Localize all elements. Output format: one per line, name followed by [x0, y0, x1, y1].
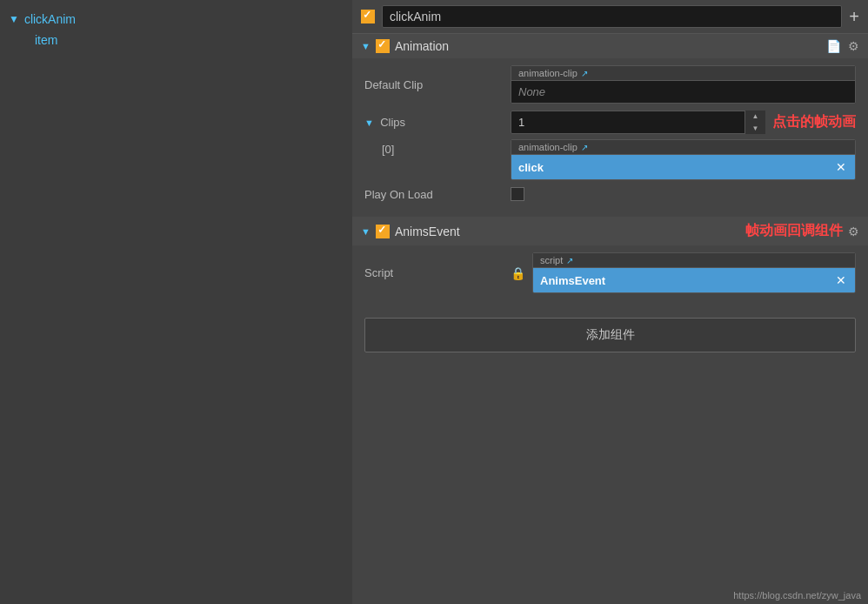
clips-row: ▼ Clips ▲ ▼ 点击的帧动画 [364, 111, 856, 134]
animation-copy-icon[interactable]: 📄 [826, 39, 841, 53]
anims-event-section-icons: ⚙ [848, 225, 859, 238]
animation-settings-icon[interactable]: ⚙ [848, 39, 859, 53]
add-component-plus-button[interactable]: + [849, 8, 859, 25]
animation-section: ▼ Animation 📄 ⚙ Default Clip animation-c… [352, 34, 868, 215]
tree-root-item[interactable]: ▼ clickAnim [0, 9, 352, 30]
default-clip-tag-label: animation-clip [518, 68, 578, 78]
default-clip-tag-header: animation-clip ↗ [511, 66, 855, 81]
tree-arrow-icon: ▼ [9, 13, 19, 25]
clip-0-tag: animation-clip ↗ click ✕ [511, 139, 856, 180]
clip-0-tag-body: click ✕ [511, 155, 855, 179]
right-panel: + ▼ Animation 📄 ⚙ Default Clip animation… [352, 0, 868, 604]
clips-arrow-icon: ▼ [364, 117, 374, 128]
clips-label-text: Clips [380, 116, 405, 129]
script-value: script ↗ AnimsEvent ✕ [532, 252, 856, 293]
left-panel: ▼ clickAnim item [0, 0, 352, 604]
anims-event-section-header: ▼ AnimsEvent 帧动画回调组件 ⚙ [352, 217, 868, 245]
default-clip-value: animation-clip ↗ None [511, 65, 856, 104]
clips-count-container: ▲ ▼ [511, 111, 765, 134]
script-name: AnimsEvent [540, 274, 829, 287]
script-remove-button[interactable]: ✕ [834, 272, 848, 288]
clip-index-0-label: [0] [382, 139, 504, 156]
anims-event-enable-checkbox[interactable] [376, 225, 390, 238]
script-tag-header: script ↗ [533, 253, 855, 268]
clip-0-tag-label: animation-clip [518, 142, 578, 152]
lock-icon: 🔒 [511, 266, 525, 280]
clips-spinner-down[interactable]: ▼ [745, 123, 765, 135]
add-component-button[interactable]: 添加组件 [364, 318, 856, 352]
animation-section-header: ▼ Animation 📄 ⚙ [352, 34, 868, 58]
enable-checkbox[interactable] [361, 10, 375, 23]
clips-spinner-up[interactable]: ▲ [745, 111, 765, 123]
node-name-input[interactable] [382, 5, 842, 28]
tree-root-label: clickAnim [24, 12, 76, 26]
clip-0-name: click [518, 161, 829, 174]
anims-event-annotation-text: 帧动画回调组件 [745, 222, 843, 240]
clip-0-value: animation-clip ↗ click ✕ [511, 139, 856, 180]
script-label: Script [364, 266, 504, 279]
anims-event-fields: Script 🔒 script ↗ AnimsEvent ✕ [352, 245, 868, 307]
clips-spinner: ▲ ▼ [744, 111, 765, 134]
clip-0-ext-icon[interactable]: ↗ [581, 143, 588, 152]
default-clip-label: Default Clip [364, 78, 504, 91]
animation-section-icons: 📄 ⚙ [826, 39, 859, 53]
clips-annotation-text: 点击的帧动画 [772, 113, 856, 131]
animation-fields: Default Clip animation-clip ↗ None [352, 58, 868, 215]
clip-0-remove-button[interactable]: ✕ [834, 159, 848, 175]
clips-label: ▼ Clips [364, 116, 504, 129]
name-bar: + [352, 0, 868, 34]
watermark: https://blog.csdn.net/zyw_java [733, 590, 861, 601]
anims-event-settings-icon[interactable]: ⚙ [848, 225, 859, 238]
clips-count-input[interactable] [511, 111, 765, 134]
clip-0-tag-header: animation-clip ↗ [511, 140, 855, 155]
default-clip-ext-icon[interactable]: ↗ [581, 69, 588, 78]
script-tag: script ↗ AnimsEvent ✕ [532, 252, 856, 293]
default-clip-none-text: None [518, 85, 545, 98]
script-ext-icon[interactable]: ↗ [566, 256, 573, 265]
play-on-load-row: Play On Load [364, 187, 856, 201]
animation-arrow-icon: ▼ [361, 41, 371, 51]
play-on-load-checkbox[interactable] [511, 187, 524, 201]
default-clip-tag: animation-clip ↗ None [511, 65, 856, 104]
default-clip-row: Default Clip animation-clip ↗ None [364, 65, 856, 104]
script-tag-label: script [540, 255, 563, 265]
animation-section-title: Animation [395, 39, 821, 53]
tree-child-item[interactable]: item [0, 30, 352, 50]
script-tag-body: AnimsEvent ✕ [533, 268, 855, 292]
anims-event-arrow-icon: ▼ [361, 226, 371, 237]
clip-index-0-row: [0] animation-clip ↗ click ✕ [364, 139, 856, 180]
anims-event-section-title: AnimsEvent [395, 225, 740, 238]
default-clip-none-area[interactable]: None [511, 81, 855, 103]
script-row: Script 🔒 script ↗ AnimsEvent ✕ [364, 252, 856, 293]
play-on-load-label: Play On Load [364, 188, 504, 201]
animation-enable-checkbox[interactable] [376, 39, 390, 53]
anims-event-section: ▼ AnimsEvent 帧动画回调组件 ⚙ Script 🔒 script ↗ [352, 217, 868, 307]
